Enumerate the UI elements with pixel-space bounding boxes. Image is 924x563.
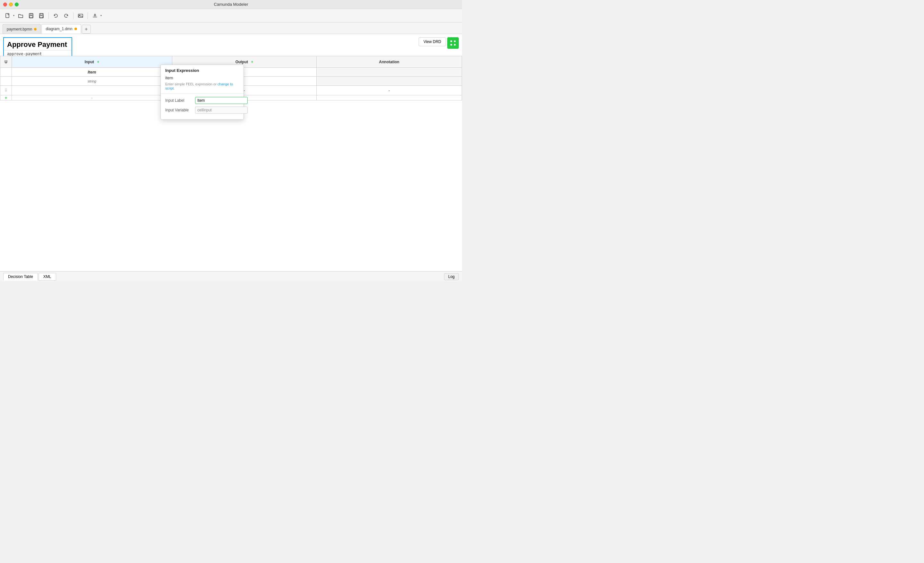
- input-expression-popup: Input Expression Enter simple FEEL expre…: [160, 65, 244, 120]
- view-drd-button[interactable]: View DRD: [418, 37, 446, 46]
- save-as-button[interactable]: +: [37, 11, 46, 20]
- svg-point-12: [450, 44, 452, 46]
- add-row-annotation-cell: [316, 95, 462, 101]
- xml-tab[interactable]: XML: [39, 273, 56, 281]
- deploy-arrow[interactable]: ▾: [100, 14, 102, 18]
- annotation-header-label: Annotation: [379, 60, 399, 64]
- input-label-field[interactable]: [195, 97, 248, 104]
- tab-diagram-dot: [74, 28, 77, 30]
- input-variable-field[interactable]: [195, 107, 248, 114]
- input-label-text: Input Label: [165, 98, 192, 103]
- toolbar: ▾ +: [0, 9, 462, 23]
- traffic-lights: [3, 3, 19, 6]
- add-row-minus-cell[interactable]: -: [12, 95, 172, 101]
- svg-point-10: [450, 41, 452, 42]
- popup-variable-row: Input Variable: [165, 107, 239, 114]
- input-type-label: string: [88, 79, 96, 83]
- deploy-group: ▾: [90, 11, 102, 20]
- separator-2: [73, 12, 74, 19]
- minus-button[interactable]: -: [91, 95, 92, 100]
- tab-diagram-label: diagram_1.dmn: [45, 27, 72, 31]
- tab-bar: payment.bpmn diagram_1.dmn +: [0, 23, 462, 34]
- annotation-col-header: [316, 68, 462, 77]
- svg-rect-3: [30, 16, 33, 18]
- maximize-button[interactable]: [15, 3, 19, 6]
- separator-1: [48, 12, 49, 19]
- input-variable-text: Input Variable: [165, 108, 192, 113]
- tab-payment[interactable]: payment.bpmn: [3, 24, 41, 34]
- col-u-header: U: [0, 56, 12, 68]
- popup-expression-input[interactable]: [165, 75, 239, 81]
- row-input-cell[interactable]: [12, 86, 172, 95]
- popup-fields-section: Input Label Input Variable: [161, 94, 243, 119]
- add-input-icon[interactable]: +: [97, 60, 99, 64]
- undo-button[interactable]: [51, 11, 60, 20]
- drd-icon: [447, 37, 459, 49]
- row-annotation-cell[interactable]: -: [316, 86, 462, 95]
- col-input-header[interactable]: Input +: [12, 56, 172, 68]
- popup-expression-section: Input Expression Enter simple FEEL expre…: [161, 65, 243, 94]
- svg-point-13: [454, 44, 456, 46]
- open-file-button[interactable]: [16, 11, 26, 20]
- hint-end: .: [174, 86, 174, 90]
- popup-title: Input Expression: [165, 68, 239, 73]
- minimize-button[interactable]: [9, 3, 13, 6]
- svg-rect-0: [6, 14, 9, 18]
- decision-title: Approve Payment: [4, 38, 72, 50]
- redo-button[interactable]: [62, 11, 70, 20]
- window-title: Camunda Modeler: [214, 2, 248, 7]
- add-tab-button[interactable]: +: [82, 25, 91, 34]
- add-row-button[interactable]: +: [3, 95, 9, 101]
- save-button[interactable]: [27, 11, 36, 20]
- hint-middle: expression or: [194, 82, 218, 86]
- new-file-button[interactable]: [3, 11, 12, 20]
- input-col-header[interactable]: Item: [12, 68, 172, 77]
- decision-table-tab[interactable]: Decision Table: [3, 273, 38, 281]
- tab-diagram[interactable]: diagram_1.dmn: [41, 24, 81, 34]
- hint-text: Enter simple: [165, 82, 186, 86]
- tab-payment-label: payment.bpmn: [7, 27, 32, 32]
- col-annotation-header: Annotation: [316, 56, 462, 68]
- row-output-value: -: [244, 88, 245, 93]
- svg-text:+: +: [42, 16, 44, 18]
- svg-point-11: [454, 41, 456, 42]
- annotation-type-cell: [316, 77, 462, 86]
- bottom-bar: Decision Table XML Log: [0, 271, 462, 281]
- close-button[interactable]: [3, 3, 7, 6]
- input-type-cell[interactable]: string: [12, 77, 172, 86]
- drag-handle-icon[interactable]: ⠿: [4, 88, 8, 93]
- export-image-button[interactable]: [76, 11, 85, 20]
- add-row-btn-cell[interactable]: +: [0, 95, 12, 101]
- row-u-cell: ⠿: [0, 86, 12, 95]
- input-header-label: Input: [85, 60, 94, 64]
- tab-payment-dot: [34, 28, 37, 30]
- popup-label-row: Input Label: [165, 97, 239, 104]
- add-output-icon[interactable]: +: [251, 60, 253, 64]
- input-column-name: Item: [88, 70, 96, 75]
- row-annotation-value: -: [388, 88, 390, 93]
- popup-hint: Enter simple FEEL expression or change t…: [165, 82, 239, 90]
- output-header-label: Output: [236, 60, 248, 64]
- log-button[interactable]: Log: [444, 273, 459, 280]
- hint-feel: FEEL: [186, 82, 194, 86]
- new-file-arrow[interactable]: ▾: [12, 14, 15, 18]
- new-file-group: ▾: [3, 11, 15, 20]
- title-bar: Camunda Modeler: [0, 0, 462, 9]
- main-content: Approve Payment approve-payment View DRD…: [0, 34, 462, 271]
- deploy-button[interactable]: [90, 11, 99, 20]
